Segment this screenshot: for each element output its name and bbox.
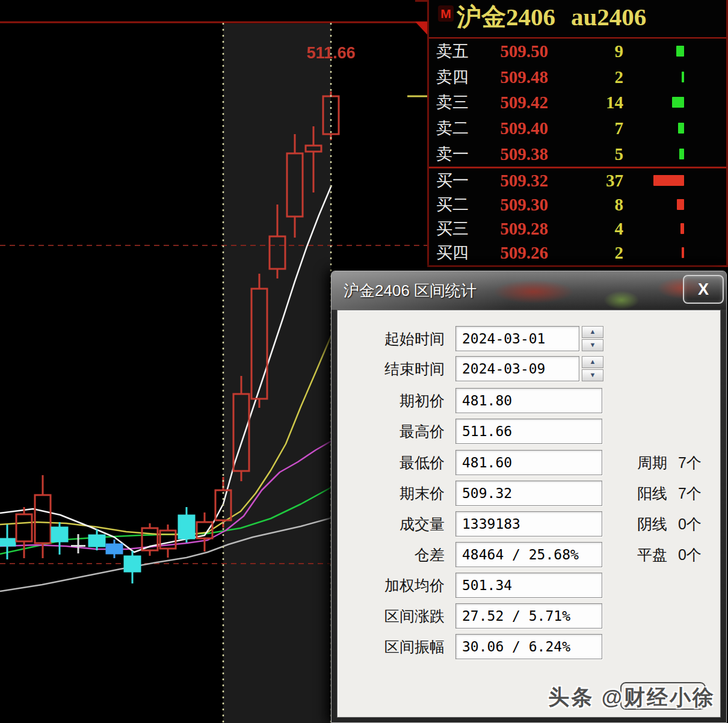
range-stat: 阴线0个 xyxy=(637,515,702,533)
field-input[interactable]: 1339183 xyxy=(455,511,602,537)
order-book-row[interactable]: 卖一509.385 xyxy=(429,141,726,167)
stat-value: 7个 xyxy=(678,454,702,471)
candle-body-3 xyxy=(52,528,67,541)
order-book-row[interactable]: 买一509.3237 xyxy=(429,168,726,192)
order-book-row[interactable]: 卖三509.4214 xyxy=(429,90,726,115)
candle-body-10 xyxy=(179,515,194,538)
stat-label: 阴线 xyxy=(637,515,667,532)
volume-bar xyxy=(677,199,684,210)
volume-bar xyxy=(678,123,684,134)
stat-label: 平盘 xyxy=(637,546,667,563)
order-quantity: 14 xyxy=(566,93,623,112)
order-quantity: 2 xyxy=(566,243,623,263)
spinner-down-icon[interactable]: ▼ xyxy=(582,339,603,351)
field-input[interactable]: 30.06 / 6.24% xyxy=(455,634,602,659)
field-input[interactable]: 501.34 xyxy=(455,573,602,598)
candle-body-6 xyxy=(106,544,122,553)
field-label: 期末价 xyxy=(338,481,445,506)
order-level-label: 买四 xyxy=(436,242,469,263)
candle-body-5 xyxy=(89,535,105,546)
dialog-field-row: 区间振幅30.06 / 6.24% xyxy=(338,634,720,659)
quote-title-row: M 沪金2406au2406 xyxy=(429,0,726,38)
field-input[interactable]: 509.32 xyxy=(455,481,602,506)
order-book-row[interactable]: 买四509.262 xyxy=(429,241,726,265)
field-input[interactable]: 481.80 xyxy=(455,388,602,413)
stat-label: 周期 xyxy=(637,454,667,471)
candle-body-7 xyxy=(125,556,140,571)
dialog-body: 头条 @财经小徐 起始时间2024-03-01▲▼结束时间2024-03-09▲… xyxy=(337,310,721,718)
order-quantity: 7 xyxy=(566,118,623,138)
field-input[interactable]: 48464 / 25.68% xyxy=(455,542,602,567)
order-price: 509.30 xyxy=(481,195,548,215)
field-label: 仓差 xyxy=(338,542,445,567)
interval-stats-dialog: 沪金2406 区间统计 X 头条 @财经小徐 起始时间2024-03-01▲▼结… xyxy=(331,271,727,723)
order-book-row[interactable]: 买三509.284 xyxy=(429,217,726,241)
order-price: 509.28 xyxy=(481,219,548,239)
field-label: 区间涨跌 xyxy=(338,603,445,629)
order-quantity: 5 xyxy=(566,144,623,164)
watermark: 头条 @财经小徐 xyxy=(548,683,715,712)
order-level-label: 买三 xyxy=(436,218,469,239)
field-label: 起始时间 xyxy=(338,326,445,351)
range-stat: 阳线7个 xyxy=(637,484,702,502)
volume-bar xyxy=(680,223,684,234)
dialog-field-row: 期初价481.80 xyxy=(338,388,720,413)
order-level-label: 卖三 xyxy=(436,91,469,113)
range-stat: 周期7个 xyxy=(637,454,702,472)
order-price: 509.40 xyxy=(481,118,548,138)
field-label: 区间振幅 xyxy=(338,634,445,659)
bid-rows: 买一509.3237买二509.308买三509.284买四509.262 xyxy=(429,168,726,265)
date-spinner: ▲▼ xyxy=(582,356,603,381)
field-input[interactable]: 2024-03-01 xyxy=(455,326,579,351)
field-label: 最高价 xyxy=(338,419,445,444)
dialog-titlebar[interactable]: 沪金2406 区间统计 X xyxy=(332,271,726,310)
dialog-field-row: 区间涨跌27.52 / 5.71% xyxy=(338,603,720,629)
trading-terminal: 511.66 M 沪金2406au2406 卖五509.509卖四509.482… xyxy=(0,0,728,723)
ask-rows: 卖五509.509卖四509.482卖三509.4214卖二509.407卖一5… xyxy=(429,38,726,167)
order-quantity: 2 xyxy=(566,67,623,87)
volume-bar xyxy=(679,149,684,159)
dialog-field-row: 起始时间2024-03-01▲▼ xyxy=(338,326,720,351)
order-level-label: 卖四 xyxy=(436,66,469,88)
order-quantity: 4 xyxy=(566,219,623,239)
volume-bar xyxy=(682,72,684,82)
field-label: 结束时间 xyxy=(338,356,445,381)
dialog-field-row: 加权均价501.34 xyxy=(338,573,720,598)
dialog-field-row: 最高价511.66 xyxy=(338,419,720,444)
volume-bar xyxy=(682,247,684,258)
order-book-row[interactable]: 卖四509.482 xyxy=(429,64,726,90)
chart-mode-indicator[interactable]: M xyxy=(438,5,454,22)
field-input[interactable]: 481.60 xyxy=(455,450,602,475)
spinner-up-icon[interactable]: ▲ xyxy=(582,356,603,368)
close-icon[interactable]: X xyxy=(683,275,724,304)
order-price: 509.42 xyxy=(481,93,548,112)
volume-bar xyxy=(676,46,684,57)
order-level-label: 买二 xyxy=(436,194,469,215)
order-quantity: 9 xyxy=(566,42,623,61)
order-level-label: 买一 xyxy=(436,170,469,191)
spinner-up-icon[interactable]: ▲ xyxy=(582,326,603,338)
field-input[interactable]: 2024-03-09 xyxy=(455,356,579,381)
order-book-row[interactable]: 卖五509.509 xyxy=(429,38,726,64)
stat-label: 阳线 xyxy=(637,485,667,502)
field-label: 成交量 xyxy=(338,511,445,537)
field-label: 加权均价 xyxy=(338,573,445,598)
instrument-code: au2406 xyxy=(571,3,646,31)
instrument-name: 沪金2406 xyxy=(457,3,555,31)
order-price: 509.48 xyxy=(481,67,548,87)
order-price: 509.32 xyxy=(481,171,548,191)
order-book-row[interactable]: 卖二509.407 xyxy=(429,115,726,141)
field-label: 期初价 xyxy=(338,388,445,413)
order-price: 509.50 xyxy=(481,42,548,61)
volume-bar xyxy=(672,97,684,108)
spinner-down-icon[interactable]: ▼ xyxy=(582,369,603,381)
quote-panel: M 沪金2406au2406 卖五509.509卖四509.482卖三509.4… xyxy=(427,0,728,267)
order-book-row[interactable]: 买二509.308 xyxy=(429,192,726,217)
field-input[interactable]: 27.52 / 5.71% xyxy=(455,603,602,629)
dialog-title: 沪金2406 区间统计 xyxy=(344,280,477,301)
stat-value: 0个 xyxy=(678,515,702,532)
candle-body-0 xyxy=(0,539,15,546)
field-input[interactable]: 511.66 xyxy=(455,419,602,444)
order-level-label: 卖二 xyxy=(436,117,469,139)
instrument-title: 沪金2406au2406 xyxy=(457,1,646,34)
